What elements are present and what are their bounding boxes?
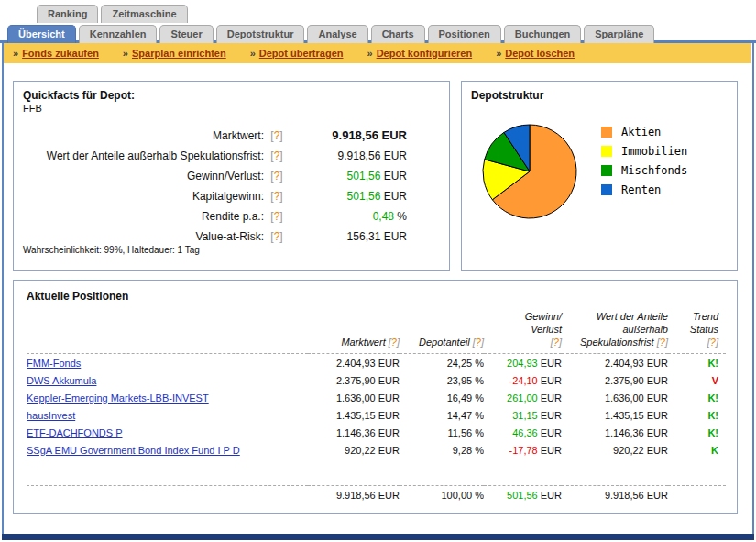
header-gewinn-verlust: Gewinn/ Verlust [?] [484,310,562,354]
legend-item: Mischfonds [601,164,687,177]
fund-link[interactable]: SSgA EMU Government Bond Index Fund I P … [27,445,240,456]
trend-status: K! [707,393,718,404]
position-row: DWS Akkumula 2.375,90 EUR 23,95 % -24,10… [27,371,726,389]
position-row: FMM-Fonds 2.404,93 EUR 24,25 % 204,93 EU… [27,354,726,372]
quickfact-value: 9.918,56 EUR [290,149,407,162]
help-icon[interactable]: [?] [270,230,282,243]
positions-total-row: 9.918,56 EUR 100,00 % 501,56 EUR 9.918,5… [27,486,726,504]
help-icon[interactable]: [?] [389,337,400,348]
trend-status: K! [707,410,718,421]
legend-item: Immobilien [601,145,687,158]
secondary-tab-bar: Ranking Zeitmaschine [37,5,188,23]
position-row: hausInvest 1.435,15 EUR 14,47 % 31,15 EU… [27,406,726,424]
quickfact-value: 9.918,56 EUR [290,128,407,142]
chevrons-icon: » [13,48,18,59]
help-icon[interactable]: [?] [707,337,718,348]
position-row: SSgA EMU Government Bond Index Fund I P … [27,441,726,459]
fund-link[interactable]: DWS Akkumula [27,375,96,386]
quickfact-label: Kapitalgewinn: [23,190,264,203]
quickfact-value: 0,48 % [290,210,407,223]
value-at-risk-note: Wahrscheinlichkeit: 99%, Haltedauer: 1 T… [23,245,264,255]
trend-status: K [711,445,718,456]
position-row: Keppler-Emerging Markets-LBB-INVEST 1.63… [27,389,726,406]
header-marktwert: Marktwert [?] [308,310,400,354]
depot-structure-title: Depotstruktur [471,89,728,102]
link-depot-loeschen[interactable]: »Depot löschen [496,48,575,59]
pie-chart-wrap [480,122,579,225]
fund-link[interactable]: ETF-DACHFONDS P [27,427,123,438]
tab-ranking[interactable]: Ranking [37,5,98,23]
fund-link[interactable]: hausInvest [27,410,75,421]
bottom-bar [2,534,754,540]
fund-link[interactable]: Keppler-Emerging Markets-LBB-INVEST [27,393,209,404]
depot-name: FFB [23,103,440,114]
quickfact-label: Gewinn/Verlust: [23,170,264,183]
quickfacts-rows: Marktwert: [?] 9.918,56 EUR Wert der Ant… [23,128,440,255]
link-fonds-zukaufen[interactable]: »Fonds zukaufen [13,48,99,59]
tab-positionen[interactable]: Positionen [428,25,501,43]
quickfact-label: Wert der Anteile außerhalb Spekulationsf… [23,149,264,162]
tab-sparplaene[interactable]: Sparpläne [584,25,654,43]
tab-analyse[interactable]: Analyse [307,25,367,43]
depot-structure-pie-chart [480,122,579,221]
help-icon[interactable]: [?] [551,337,562,348]
tab-charts[interactable]: Charts [371,25,425,43]
tab-zeitmaschine[interactable]: Zeitmaschine [101,5,187,23]
tab-buchungen[interactable]: Buchungen [504,25,582,43]
legend-swatch [601,184,612,195]
link-depot-uebertragen[interactable]: »Depot übertragen [250,48,344,59]
quickfact-label: Rendite p.a.: [23,210,264,223]
header-depotanteil: Depotanteil [?] [400,310,484,354]
trend-status: V [712,375,718,386]
trend-status: K! [707,358,718,369]
trend-status: K! [707,427,718,438]
depot-structure-panel: Depotstruktur Aktien Immobilien Mischfon… [461,81,738,271]
position-row: ETF-DACHFONDS P 1.146,36 EUR 11,56 % 46,… [27,424,726,441]
help-icon[interactable]: [?] [270,190,282,203]
main-tab-bar: Übersicht Kennzahlen Steuer Depotstruktu… [7,25,654,43]
quickfact-label: Value-at-Risk: Wahrscheinlichkeit: 99%, … [23,230,264,255]
legend-item: Aktien [601,126,687,138]
tab-kennzahlen[interactable]: Kennzahlen [79,25,158,43]
spacer-row [27,459,726,486]
fund-link[interactable]: FMM-Fonds [27,358,81,369]
quickfact-value: 501,56 EUR [290,190,407,203]
tab-uebersicht[interactable]: Übersicht [7,25,76,43]
tab-depotstruktur[interactable]: Depotstruktur [216,25,305,43]
quickfact-label: Marktwert: [23,129,264,142]
action-toolbar: »Fonds zukaufen »Sparplan einrichten »De… [4,43,751,63]
positions-header-row: Marktwert [?] Depotanteil [?] Gewinn/ Ve… [27,310,726,354]
legend-swatch [601,165,612,176]
help-icon[interactable]: [?] [270,170,282,183]
link-sparplan-einrichten[interactable]: »Sparplan einrichten [123,48,226,59]
quickfact-value: 156,31 EUR [290,230,407,243]
quickfacts-panel: Quickfacts für Depot: FFB Marktwert: [?]… [13,81,450,271]
help-icon[interactable]: [?] [657,337,668,348]
chevrons-icon: » [250,48,256,59]
positions-title: Aktuelle Positionen [27,290,724,303]
chevrons-icon: » [367,48,373,59]
legend-item: Renten [601,183,687,196]
pie-legend: Aktien Immobilien Mischfonds Renten [601,126,687,203]
help-icon[interactable]: [?] [270,149,282,162]
positions-panel: Aktuelle Positionen Marktwert [?] Depota… [13,280,738,514]
help-icon[interactable]: [?] [270,210,282,223]
header-name [27,310,308,354]
header-trend-status: Trend Status [?] [668,310,726,354]
legend-swatch [601,146,612,157]
quickfact-value: 501,56 EUR [290,170,407,183]
legend-swatch [601,127,612,138]
quickfacts-title: Quickfacts für Depot: [23,89,440,102]
chevrons-icon: » [123,48,128,59]
depot-overview-page: Ranking Zeitmaschine Übersicht Kennzahle… [0,0,756,542]
help-icon[interactable]: [?] [270,129,282,142]
header-wert-anteile: Wert der Anteile außerhalb Spekulationsf… [562,310,668,354]
chevrons-icon: » [496,48,501,59]
help-icon[interactable]: [?] [473,337,484,348]
tab-steuer[interactable]: Steuer [159,25,213,43]
link-depot-konfigurieren[interactable]: »Depot konfigurieren [367,48,473,59]
positions-table: Marktwert [?] Depotanteil [?] Gewinn/ Ve… [27,310,726,503]
